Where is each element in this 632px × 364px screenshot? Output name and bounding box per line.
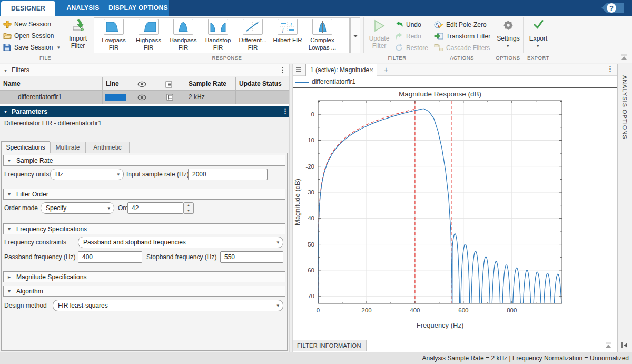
svg-text:0: 0 — [317, 307, 320, 313]
restore-button[interactable]: Restore — [395, 43, 429, 53]
lowpass-fir-button[interactable]: Lowpass FIR — [97, 18, 131, 52]
chevron-down-icon: ▾ — [107, 203, 110, 213]
file-new-session-button[interactable]: New Session — [3, 19, 64, 29]
button-label: Save Session — [14, 42, 53, 53]
filters-panel-header[interactable]: ▾Filters⋮ — [0, 64, 289, 76]
chevron-down-icon: ▾ — [507, 43, 509, 48]
table-header-Update Status[interactable]: Update Status — [236, 77, 289, 91]
gallery-item-label: Hilbert FIR — [271, 36, 304, 44]
section-magnitude-specifications-header[interactable]: ▸Magnitude Specifications — [3, 271, 285, 282]
analysis-options-strip[interactable]: ANALYSIS OPTIONS — [617, 64, 632, 352]
tab-arithmetic[interactable]: Arithmetic — [85, 142, 130, 153]
input-input-sample-rate-hz-[interactable]: 2000 — [188, 169, 268, 180]
tab-multirate[interactable]: Multirate — [50, 142, 85, 153]
button-label: Restore — [406, 43, 428, 53]
collapse-toolstrip-button[interactable] — [620, 54, 629, 61]
magnitude-response-chart: 02004006008000-10-20-30-40-50-60-70Magni… — [293, 88, 617, 340]
edit-pole-zero-icon — [434, 21, 443, 29]
select-frequency-constraints[interactable]: Passband and stopband frequencies▾ — [78, 237, 283, 248]
toolstrip-separator — [431, 17, 431, 53]
select-value: Hz — [55, 169, 114, 180]
left-panel: ▾Filters⋮NameLineSample RateUpdate Statu… — [0, 64, 289, 352]
table-header-report[interactable] — [154, 77, 185, 91]
table-header-eye[interactable] — [129, 77, 154, 91]
close-tab-icon[interactable]: × — [369, 64, 373, 76]
svg-text:?: ? — [609, 4, 614, 12]
edit-pole-zero-button[interactable]: Edit Pole-Zero — [434, 19, 492, 30]
input-order[interactable]: 42 — [127, 202, 183, 214]
collapse-triangle-icon: ▾ — [8, 155, 11, 165]
input-stopband-frequency-hz-[interactable]: 550 — [220, 251, 283, 263]
import-filter-icon — [71, 19, 85, 32]
svg-text:-70: -70 — [305, 293, 314, 299]
export-check-icon — [532, 19, 544, 29]
toolstrip-section-label: FILTER — [363, 55, 431, 62]
dock-panel-button[interactable] — [620, 342, 629, 349]
new-figure-tab-button[interactable]: + — [378, 64, 394, 76]
tab-specifications[interactable]: Specifications — [1, 141, 50, 153]
file-save-session-button[interactable]: Save Session▾ — [3, 42, 64, 53]
section-frequency-specifications-header[interactable]: ▾Frequency Specifications — [3, 223, 285, 234]
update-filter-button[interactable]: Update Filter — [366, 18, 393, 53]
parameters-menu-icon[interactable]: ⋮ — [282, 109, 289, 114]
cascade-filters-button[interactable]: Cascade Filters — [434, 43, 492, 53]
gallery-expand-button[interactable] — [350, 17, 360, 53]
toolstrip-separator — [554, 17, 554, 53]
help-button[interactable]: ? — [597, 2, 624, 14]
spinner-up-button[interactable]: ▲ — [183, 202, 194, 208]
table-cell — [154, 91, 185, 104]
bandpass-fir-button[interactable]: Bandpass FIR — [166, 18, 200, 52]
differentiator-fir-button[interactable]: Different... FIR — [236, 18, 270, 52]
collapse-triangle-icon: ▾ — [8, 189, 11, 199]
table-row[interactable]: differentiatorfir12 kHz — [0, 91, 289, 104]
spinner-down-button[interactable]: ▼ — [183, 208, 194, 214]
line-color-swatch[interactable] — [105, 94, 126, 101]
section-title: Filter Order — [16, 189, 48, 200]
column-label: Name — [3, 77, 21, 91]
select-order-mode[interactable]: Specify▾ — [41, 202, 114, 214]
svg-text:-60: -60 — [305, 267, 314, 273]
settings-button[interactable]: Settings▾ — [494, 18, 522, 53]
undo-button[interactable]: Undo — [395, 19, 429, 30]
table-header-Line[interactable]: Line — [103, 77, 129, 91]
transform-filter-button[interactable]: Transform Filter — [434, 31, 492, 42]
complex-lowpass-fir-button[interactable]: Complex Lowpas ... — [305, 18, 339, 52]
highpass-fir-button[interactable]: Highpass FIR — [132, 18, 165, 52]
toolstrip-tab-designer[interactable]: DESIGNER — [1, 1, 55, 16]
order-spinner[interactable]: ▲▼ — [183, 202, 194, 214]
toolstrip-tab-analysis[interactable]: ANALYSIS — [58, 0, 108, 16]
select-frequency-units[interactable]: Hz▾ — [50, 169, 124, 180]
figure-list-button[interactable] — [295, 67, 302, 72]
toolstrip-separator — [363, 17, 364, 53]
select-design-method[interactable]: FIR least-squares▾ — [53, 300, 283, 311]
legend-line-sample — [295, 82, 309, 83]
toolstrip-tab-display-options[interactable]: DISPLAY OPTIONS — [108, 0, 169, 16]
section-filter-order-header[interactable]: ▾Filter Order — [3, 189, 285, 200]
svg-text:-10: -10 — [305, 137, 314, 143]
section-algorithm-header[interactable]: ▾Algorithm — [3, 286, 285, 297]
export-button[interactable]: Export▾ — [524, 18, 552, 53]
section-sample-rate-header[interactable]: ▾Sample Rate — [3, 155, 285, 166]
import-filter-button[interactable]: Import Filter — [65, 18, 91, 54]
field-label: Passband frequency (Hz) — [4, 251, 75, 263]
table-header-Name[interactable]: Name — [0, 77, 103, 91]
hilbert-icon: j-j — [278, 19, 298, 35]
table-cell: 2 kHz — [185, 91, 236, 104]
chevron-down-icon: ▾ — [117, 169, 120, 180]
column-label: Sample Rate — [189, 77, 226, 91]
parameters-panel-header[interactable]: ▾Parameters⋮ — [0, 106, 289, 117]
filters-menu-icon[interactable]: ⋮ — [279, 67, 286, 73]
table-header-Sample Rate[interactable]: Sample Rate — [185, 77, 236, 91]
figure-tab-magnitude[interactable]: 1 (active): Magnitude× — [305, 64, 377, 76]
filter-information-tab[interactable]: FILTER INFORMATION — [293, 340, 367, 351]
collapse-triangle-icon: ▾ — [4, 64, 7, 76]
file-open-session-button[interactable]: Open Session — [3, 31, 64, 41]
hilbert-fir-button[interactable]: j-jHilbert FIR — [271, 18, 304, 52]
figure-menu-icon[interactable]: ⋮ — [607, 66, 614, 72]
bandstop-fir-button[interactable]: Bandstop FIR — [201, 18, 235, 52]
redo-button[interactable]: Redo — [395, 31, 429, 42]
field-label: Design method — [4, 300, 47, 311]
panel-splitter[interactable] — [289, 64, 293, 352]
input-passband-frequency-hz-[interactable]: 400 — [78, 251, 142, 263]
expand-filter-information-button[interactable] — [605, 342, 612, 348]
